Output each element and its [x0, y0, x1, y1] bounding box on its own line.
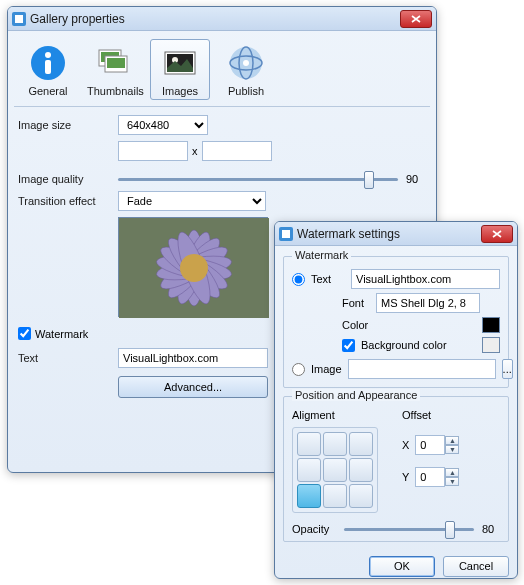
align-mc[interactable] [323, 458, 347, 482]
opacity-value: 80 [482, 523, 500, 535]
image-size-label: Image size [18, 119, 110, 131]
text-label: Text [18, 352, 110, 364]
thumbnails-icon [94, 43, 134, 83]
svg-rect-8 [107, 58, 125, 68]
alignment-grid [292, 427, 378, 513]
app-icon [279, 227, 293, 241]
close-button[interactable] [481, 225, 513, 243]
window-title: Watermark settings [297, 227, 481, 241]
color-label: Color [342, 319, 370, 331]
dim-separator: x [192, 145, 198, 157]
svg-rect-29 [282, 230, 290, 238]
watermark-group: Watermark Text Font Color Background col… [283, 256, 509, 388]
window-title: Gallery properties [30, 12, 400, 26]
spin-buttons[interactable]: ▲▼ [445, 468, 459, 486]
group-title: Watermark [292, 249, 351, 261]
align-bl[interactable] [297, 484, 321, 508]
text-radio[interactable] [292, 273, 305, 286]
image-height-input[interactable] [202, 141, 272, 161]
align-ml[interactable] [297, 458, 321, 482]
tab-publish[interactable]: Publish [216, 39, 276, 100]
bgcolor-checkbox[interactable] [342, 339, 355, 352]
font-label: Font [342, 297, 370, 309]
watermark-settings-window: Watermark settings Watermark Text Font C… [274, 221, 518, 579]
watermark-checkbox[interactable] [18, 327, 31, 340]
watermark-label: Watermark [35, 328, 88, 340]
x-label: X [402, 439, 409, 451]
image-radio-label: Image [311, 363, 342, 375]
tab-images-label: Images [153, 85, 207, 97]
offset-x-input[interactable] [415, 435, 445, 455]
svg-point-15 [243, 60, 249, 66]
close-button[interactable] [400, 10, 432, 28]
opacity-slider[interactable] [344, 528, 474, 531]
info-icon [28, 43, 68, 83]
tab-thumbnails[interactable]: Thumbnails [84, 39, 144, 100]
divider [14, 106, 430, 107]
image-size-select[interactable]: 640x480 [118, 115, 208, 135]
align-br[interactable] [349, 484, 373, 508]
publish-icon [226, 43, 266, 83]
svg-rect-1 [15, 15, 23, 23]
titlebar[interactable]: Watermark settings [275, 222, 517, 246]
tab-strip: General Thumbnails Images Publish [18, 39, 426, 100]
cancel-button[interactable]: Cancel [443, 556, 509, 577]
alignment-label: Aligment [292, 409, 378, 421]
image-quality-label: Image quality [18, 173, 110, 185]
opacity-label: Opacity [292, 523, 336, 535]
ok-button[interactable]: OK [369, 556, 435, 577]
bgcolor-label: Background color [361, 339, 447, 351]
wm-text-input[interactable] [351, 269, 500, 289]
align-tl[interactable] [297, 432, 321, 456]
svg-point-27 [180, 254, 208, 282]
offset-label: Offset [402, 409, 459, 421]
tab-images[interactable]: Images [150, 39, 210, 100]
svg-rect-4 [45, 60, 51, 74]
image-width-input[interactable] [118, 141, 188, 161]
image-radio[interactable] [292, 363, 305, 376]
tab-general[interactable]: General [18, 39, 78, 100]
images-icon [160, 43, 200, 83]
watermark-text-input[interactable] [118, 348, 268, 368]
position-group: Position and Appearance Aligment [283, 396, 509, 542]
align-tc[interactable] [323, 432, 347, 456]
align-tr[interactable] [349, 432, 373, 456]
svg-point-3 [45, 52, 51, 58]
text-radio-label: Text [311, 273, 345, 285]
transition-preview [118, 217, 268, 317]
offset-y-input[interactable] [415, 467, 445, 487]
tab-publish-label: Publish [219, 85, 273, 97]
font-input[interactable] [376, 293, 480, 313]
image-quality-value: 90 [406, 173, 426, 185]
align-mr[interactable] [349, 458, 373, 482]
browse-button[interactable]: ... [502, 359, 513, 379]
slider-thumb[interactable] [364, 171, 374, 189]
align-bc[interactable] [323, 484, 347, 508]
transition-label: Transition effect [18, 195, 110, 207]
color-swatch[interactable] [482, 317, 500, 333]
group-title: Position and Appearance [292, 389, 420, 401]
titlebar[interactable]: Gallery properties [8, 7, 436, 31]
y-label: Y [402, 471, 409, 483]
image-quality-slider[interactable] [118, 178, 398, 181]
bgcolor-swatch[interactable] [482, 337, 500, 353]
transition-select[interactable]: Fade [118, 191, 266, 211]
wm-image-input[interactable] [348, 359, 496, 379]
tab-general-label: General [21, 85, 75, 97]
app-icon [12, 12, 26, 26]
spin-buttons[interactable]: ▲▼ [445, 436, 459, 454]
tab-thumbnails-label: Thumbnails [87, 85, 141, 97]
slider-thumb[interactable] [445, 521, 455, 539]
advanced-button[interactable]: Advanced... [118, 376, 268, 398]
